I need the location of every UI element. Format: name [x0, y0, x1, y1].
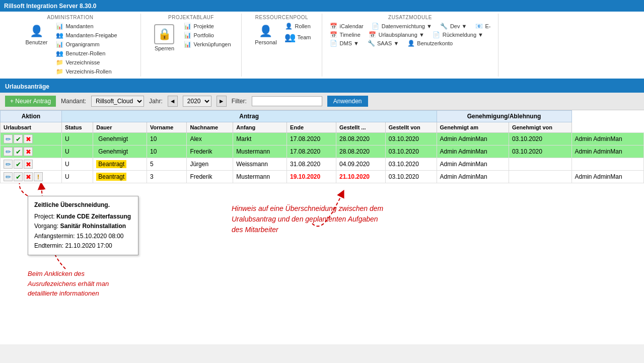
saas-item[interactable]: 🔧 SAAS ▼ — [366, 39, 400, 47]
dms-icon: 📄 — [330, 40, 338, 47]
approve-icon[interactable]: ✔ — [14, 172, 23, 181]
portfolio-item[interactable]: 📊 Portfolio — [182, 31, 232, 39]
approve-icon[interactable]: ✔ — [14, 147, 23, 156]
tooltip-end: Endtermin: 21.10.2020 17:00 — [34, 241, 132, 251]
urlaubsart-cell: U — [61, 146, 93, 158]
anfang-cell: 31.08.2020 — [287, 158, 336, 171]
benutzerkonto-icon: 👤 — [407, 40, 415, 47]
verknuepfungen-icon: 📊 — [183, 41, 191, 48]
dauer-cell: 10 — [147, 133, 187, 146]
datenvernichtung-label: Datenvernichtung ▼ — [382, 23, 432, 29]
table-row: ✏ ✔ ✖ U Beantragt 5 Jürgen Weissmann 31.… — [1, 158, 644, 171]
edit-icon[interactable]: ✏ — [4, 160, 13, 169]
e-icon: 📧 — [475, 23, 483, 30]
filter-input[interactable] — [252, 96, 322, 106]
mandanten-freigabe-item[interactable]: 👥 Mandanten-Freigabe — [54, 31, 118, 39]
e-label: E- — [485, 23, 490, 29]
benutzerkonto-label: Benutzerkonto — [417, 40, 453, 46]
ribbon-benutzer[interactable]: 👤 Benutzer — [22, 22, 50, 46]
organigramm-item[interactable]: 📊 Organigramm — [54, 40, 118, 48]
col-urlaubsart: Urlaubsart — [1, 122, 62, 133]
delete-icon[interactable]: ✖ — [24, 147, 33, 156]
portfolio-icon: 📊 — [183, 32, 191, 39]
urlaubsplanung-item[interactable]: 📅 Urlaubsplanung ▼ — [368, 31, 425, 39]
admin-small-items: 📊 Mandanten 👥 Mandanten-Freigabe 📊 Organ… — [54, 22, 118, 76]
mandant-select[interactable]: Rillsoft_Cloud — [91, 96, 144, 107]
mandant-label: Mandant: — [61, 98, 86, 105]
rueckmeldung-item[interactable]: 📄 Rückmeldung ▼ — [432, 31, 484, 39]
delete-icon[interactable]: ✖ — [24, 160, 33, 169]
year-prev-button[interactable]: ◄ — [168, 96, 178, 107]
edit-icon[interactable]: ✏ — [4, 172, 13, 181]
ribbon-zusatzmodule: ZUSATZMODULE 📅 iCalendar 📄 Datenvernicht… — [322, 14, 498, 77]
action-cell: ✏ ✔ ✖ — [1, 158, 62, 171]
genehmigt-am-cell — [509, 158, 571, 171]
portfolio-label: Portfolio — [193, 32, 213, 38]
ende-cell: 28.08.2020 — [336, 146, 385, 158]
action-cell: ✏ ✔ ✖ ! — [1, 171, 62, 183]
personal-icon: 👤 — [258, 23, 274, 39]
ribbon-personal[interactable]: 👤 Personal — [252, 22, 279, 46]
apply-button[interactable]: Anwenden — [327, 96, 368, 107]
approve-icon[interactable]: ✔ — [14, 160, 23, 169]
approve-icon[interactable]: ✔ — [14, 134, 23, 143]
delete-icon[interactable]: ✖ — [24, 134, 33, 143]
toolbar: + Neuer Antrag Mandant: Rillsoft_Cloud J… — [0, 93, 644, 110]
tooltip-vorgang: Vorgang: Sanitär Rohinstallation — [34, 222, 132, 231]
e-item[interactable]: 📧 E- — [474, 22, 491, 30]
genehmigt-von-cell: Admin AdminMan — [571, 146, 643, 158]
rollen-label: Rollen — [295, 23, 311, 29]
rollen-icon: 👤 — [285, 23, 293, 30]
tooltip-anfang-value: 15.10.2020 08:00 — [77, 233, 123, 240]
mandanten-item[interactable]: 📊 Mandanten — [54, 22, 118, 30]
table-container: Aktion Antrag Genehmigung/Ablehnung Urla… — [0, 110, 644, 183]
nachname-cell: Mustermann — [233, 146, 287, 158]
verzeichnisse-icon: 📁 — [55, 59, 63, 66]
nachname-cell: Weissmann — [233, 158, 287, 171]
ende-cell: 28.08.2020 — [336, 133, 385, 146]
dev-item[interactable]: 🔧 Dev ▼ — [439, 22, 468, 30]
icalendar-label: iCalendar — [340, 23, 364, 29]
edit-icon[interactable]: ✏ — [4, 147, 13, 156]
mandanten-icon: 📊 — [55, 23, 63, 30]
tooltip-end-value: 21.10.2020 17:00 — [65, 242, 112, 249]
rollen-item[interactable]: 👤 Rollen — [284, 22, 312, 30]
benutzer-rollen-item[interactable]: 👥 Benutzer-Rollen — [54, 49, 118, 57]
annotation-ausrufezeichen: Beim Anklicken des Ausrufezeichens erhäl… — [28, 269, 109, 299]
verzeichnis-rollen-item[interactable]: 📁 Verzeichnis-Rollen — [54, 67, 118, 76]
dms-label: DMS ▼ — [340, 40, 359, 46]
benutzerkonto-item[interactable]: 👤 Benutzerkonto — [406, 39, 454, 47]
delete-icon[interactable]: ✖ — [24, 172, 33, 181]
year-next-button[interactable]: ► — [217, 96, 227, 107]
datenvernichtung-item[interactable]: 📄 Datenvernichtung ▼ — [371, 22, 433, 30]
annotation-overlap: Hinweis auf eine Überschneidung zwischen… — [232, 203, 383, 235]
ribbon-team[interactable]: 👥 Team — [284, 31, 312, 43]
ribbon-sperren[interactable]: 🔒 Sperren — [150, 22, 178, 52]
year-select[interactable]: 2020 — [183, 96, 211, 107]
new-antrag-button[interactable]: + Neuer Antrag — [5, 96, 56, 107]
edit-icon[interactable]: ✏ — [4, 134, 13, 143]
timeline-item[interactable]: 📅 Timeline — [329, 31, 362, 39]
icalendar-item[interactable]: 📅 iCalendar — [329, 22, 365, 30]
verknuepfungen-item[interactable]: 📊 Verknüpfungen — [182, 40, 232, 48]
ende-cell: 21.10.2020 — [336, 171, 385, 183]
verzeichnisse-item[interactable]: 📁 Verzeichnisse — [54, 58, 118, 66]
dms-item[interactable]: 📄 DMS ▼ — [329, 39, 360, 47]
annotations-area: Zeitliche Überschneidung. Project: Kunde… — [0, 183, 644, 344]
organigramm-label: Organigramm — [65, 41, 99, 47]
tooltip-end-label: Endtermin: — [34, 242, 63, 249]
projekte-item[interactable]: 📊 Projekte — [182, 22, 232, 30]
ribbon-resource-title: RESSOURCENPOOL — [247, 15, 317, 20]
projekte-icon: 📊 — [183, 23, 191, 30]
verzeichnis-rollen-label: Verzeichnis-Rollen — [65, 68, 111, 75]
gestellt-von-cell: Admin AdminMan — [437, 133, 509, 146]
col-genehmigt-von: Genehmigt von — [509, 122, 571, 133]
table-row: ✏ ✔ ✖ U Genehmigt 10 Frederik Mustermann… — [1, 146, 644, 158]
dev-icon: 🔧 — [440, 23, 448, 30]
tooltip-project-label: Project: — [34, 213, 55, 220]
verknuepfungen-label: Verknüpfungen — [193, 41, 231, 47]
section-header: Urlaubsanträge — [0, 80, 644, 93]
warning-icon[interactable]: ! — [34, 172, 43, 181]
col-gestellt-von: Gestellt von — [385, 122, 437, 133]
organigramm-icon: 📊 — [55, 41, 63, 48]
